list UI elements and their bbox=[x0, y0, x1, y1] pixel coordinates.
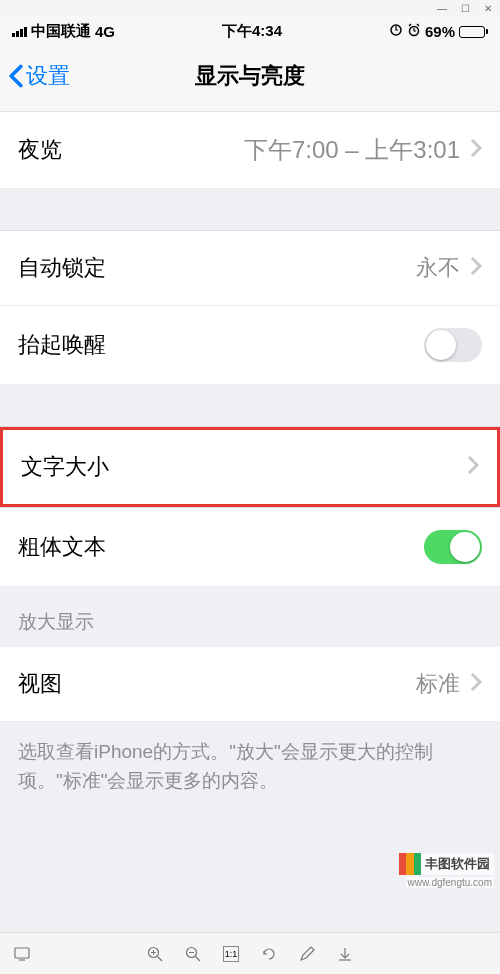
row-label: 抬起唤醒 bbox=[18, 330, 106, 360]
network-label: 4G bbox=[95, 23, 115, 40]
window-maximize-button[interactable]: ☐ bbox=[461, 3, 470, 14]
window-close-button[interactable]: ✕ bbox=[484, 3, 492, 14]
highlight-box: 文字大小 bbox=[0, 427, 500, 507]
row-raise-to-wake: 抬起唤醒 bbox=[0, 306, 500, 385]
alarm-icon bbox=[407, 23, 421, 40]
zoom-out-icon[interactable] bbox=[185, 946, 201, 962]
back-button[interactable]: 设置 bbox=[8, 61, 70, 91]
actual-size-button[interactable]: 1:1 bbox=[223, 946, 239, 962]
watermark-url: www.dgfengtu.com bbox=[406, 877, 495, 888]
section-footer-zoom: 选取查看iPhone的方式。"放大"会显示更大的控制项。"标准"会显示更多的内容… bbox=[0, 722, 500, 811]
back-label: 设置 bbox=[26, 61, 70, 91]
row-label: 文字大小 bbox=[21, 452, 109, 482]
watermark-logo-icon bbox=[399, 853, 421, 875]
status-bar: 中国联通 4G 下午4:34 69% bbox=[0, 16, 500, 47]
window-titlebar: — ☐ ✕ bbox=[0, 0, 500, 16]
row-value: 永不 bbox=[416, 253, 460, 283]
section-header-zoom: 放大显示 bbox=[0, 587, 500, 647]
settings-list: 夜览 下午7:00 – 上午3:01 自动锁定 永不 抬起唤醒 文字大小 bbox=[0, 112, 500, 811]
rotate-cw-icon[interactable] bbox=[261, 946, 277, 962]
row-label: 视图 bbox=[18, 669, 62, 699]
screen-icon[interactable] bbox=[14, 946, 30, 962]
battery-icon bbox=[459, 26, 488, 38]
watermark: 丰图软件园 www.dgfengtu.com bbox=[399, 853, 494, 888]
row-label: 夜览 bbox=[18, 135, 62, 165]
clock: 下午4:34 bbox=[222, 22, 282, 41]
chevron-right-icon bbox=[470, 138, 482, 162]
carrier-label: 中国联通 bbox=[31, 22, 91, 41]
viewer-toolbar: 1:1 bbox=[0, 932, 500, 974]
edit-icon[interactable] bbox=[299, 946, 315, 962]
watermark-brand: 丰图软件园 bbox=[421, 855, 494, 873]
chevron-left-icon bbox=[8, 64, 24, 88]
download-icon[interactable] bbox=[337, 946, 353, 962]
svg-rect-2 bbox=[15, 948, 29, 958]
row-auto-lock[interactable]: 自动锁定 永不 bbox=[0, 231, 500, 306]
rotation-lock-icon bbox=[389, 23, 403, 40]
chevron-right-icon bbox=[470, 256, 482, 280]
row-bold-text: 粗体文本 bbox=[0, 508, 500, 587]
nav-bar: 设置 显示与亮度 bbox=[0, 47, 500, 112]
signal-icon bbox=[12, 27, 27, 37]
bold-text-toggle[interactable] bbox=[424, 530, 482, 564]
row-value: 下午7:00 – 上午3:01 bbox=[244, 134, 460, 166]
row-text-size[interactable]: 文字大小 bbox=[3, 430, 497, 504]
row-label: 粗体文本 bbox=[18, 532, 106, 562]
chevron-right-icon bbox=[470, 672, 482, 696]
raise-to-wake-toggle[interactable] bbox=[424, 328, 482, 362]
page-title: 显示与亮度 bbox=[195, 61, 305, 91]
svg-line-5 bbox=[158, 956, 163, 961]
zoom-in-icon[interactable] bbox=[147, 946, 163, 962]
phone-screen: 中国联通 4G 下午4:34 69% 设置 显示与亮度 夜览 bbox=[0, 16, 500, 932]
row-label: 自动锁定 bbox=[18, 253, 106, 283]
row-value: 标准 bbox=[416, 669, 460, 699]
chevron-right-icon bbox=[467, 455, 479, 479]
window-minimize-button[interactable]: — bbox=[437, 3, 447, 14]
row-night-shift[interactable]: 夜览 下午7:00 – 上午3:01 bbox=[0, 112, 500, 189]
row-view[interactable]: 视图 标准 bbox=[0, 647, 500, 722]
battery-percent: 69% bbox=[425, 23, 455, 40]
svg-line-9 bbox=[196, 956, 201, 961]
